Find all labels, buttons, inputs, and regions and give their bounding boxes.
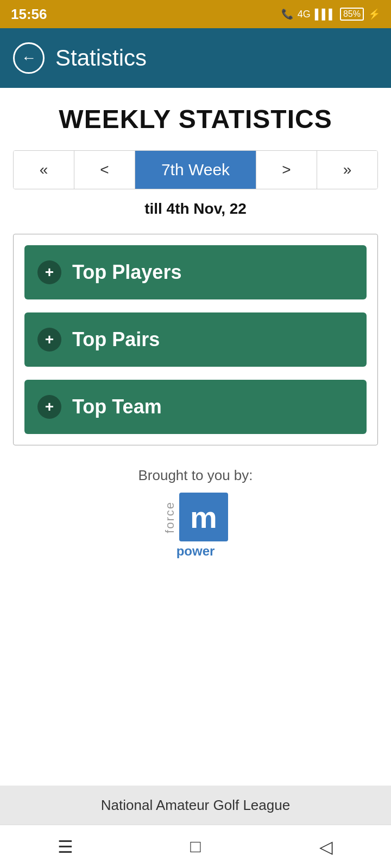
top-team-card[interactable]: + Top Team [24,380,367,434]
week-navigation: « < 7th Week > » [13,150,378,189]
sponsor-power-text: power [176,544,215,559]
current-week-button[interactable]: 7th Week [135,151,256,189]
main-content: WEEKLY STATISTICS « < 7th Week > » till … [0,88,391,786]
battery-icon: 85% [340,8,364,21]
top-pairs-icon: + [37,328,61,352]
top-players-icon: + [37,260,61,284]
sponsor-logo: force m power [163,493,228,559]
signal-icon: 4G [298,9,311,20]
home-icon: □ [190,837,200,857]
back-nav-icon: ◁ [319,837,333,857]
page-title: WEEKLY STATISTICS [59,104,332,134]
status-icons: 📞 4G ▌▌▌ 85% ⚡ [281,8,380,21]
stats-cards-container: + Top Players + Top Pairs + Top Team [13,234,378,445]
back-arrow-icon: ← [21,50,36,66]
charging-icon: ⚡ [368,8,380,20]
week-date-label: till 4th Nov, 22 [144,200,247,218]
sponsor-m-letter: m [190,500,217,535]
back-nav-button[interactable]: ◁ [304,833,348,860]
top-pairs-card[interactable]: + Top Pairs [24,312,367,367]
app-header: ← Statistics [0,28,391,88]
back-button[interactable]: ← [13,42,45,74]
footer-label: National Amateur Golf League [101,797,290,814]
top-players-card[interactable]: + Top Players [24,245,367,299]
sponsor-force-text: force [163,501,177,533]
top-players-label: Top Players [72,261,181,284]
next-week-button[interactable]: > [256,151,317,189]
status-time: 15:56 [11,6,47,23]
first-week-button[interactable]: « [14,151,74,189]
signal-bars-icon: ▌▌▌ [315,9,336,20]
sponsor-m-box: m [179,493,228,541]
top-pairs-label: Top Pairs [72,328,160,351]
header-title: Statistics [55,45,147,71]
prev-week-button[interactable]: < [74,151,135,189]
sponsor-text: Brought to you by: [138,467,253,484]
last-week-button[interactable]: » [317,151,377,189]
nav-bar: ☰ □ ◁ [0,825,391,868]
home-nav-button[interactable]: □ [174,833,217,860]
top-team-icon: + [37,395,61,419]
sponsor-section: Brought to you by: force m power [138,467,253,559]
phone-icon: 📞 [281,8,293,20]
top-team-label: Top Team [72,395,162,418]
menu-nav-button[interactable]: ☰ [43,833,87,860]
footer-bar: National Amateur Golf League [0,786,391,825]
sponsor-logo-inner: force m [163,493,228,541]
status-bar: 15:56 📞 4G ▌▌▌ 85% ⚡ [0,0,391,28]
menu-icon: ☰ [58,837,73,857]
